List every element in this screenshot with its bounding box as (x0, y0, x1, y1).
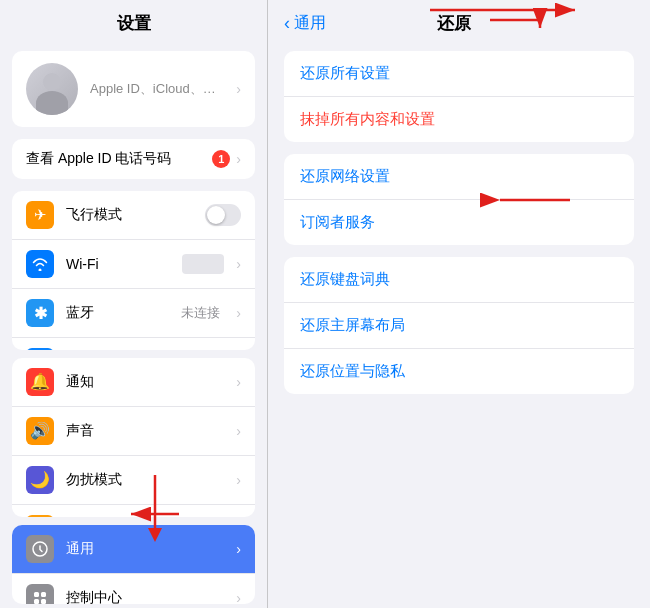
general-icon (26, 535, 54, 563)
airplane-toggle[interactable] (205, 204, 241, 226)
bluetooth-label: 蓝牙 (66, 304, 169, 322)
verify-chevron-icon: › (236, 151, 241, 167)
wifi-icon (26, 250, 54, 278)
sidebar-item-airplane-mode[interactable]: ✈ 飞行模式 (12, 191, 255, 240)
back-button[interactable]: ‹ 通用 (284, 13, 326, 34)
vpn-icon: VPN (26, 348, 54, 350)
right-content: 还原所有设置 抹掉所有内容和设置 还原网络设置 订阅者服务 还原键盘词典 还原主… (268, 43, 650, 608)
sidebar-item-bluetooth[interactable]: ✱ 蓝牙 未连接 › (12, 289, 255, 338)
erase-all-content[interactable]: 抹掉所有内容和设置 (284, 97, 634, 142)
dnd-chevron-icon: › (236, 472, 241, 488)
wifi-label: Wi-Fi (66, 256, 170, 272)
back-label: 通用 (294, 13, 326, 34)
back-chevron-icon: ‹ (284, 13, 290, 34)
subscriber-services[interactable]: 订阅者服务 (284, 200, 634, 245)
chevron-right-icon: › (236, 81, 241, 97)
notification-badge: 1 (212, 150, 230, 168)
control-center-chevron-icon: › (236, 590, 241, 604)
verify-label: 查看 Apple ID 电话号码 (26, 150, 171, 168)
airplane-label: 飞行模式 (66, 206, 193, 224)
bluetooth-chevron-icon: › (236, 305, 241, 321)
general-label: 通用 (66, 540, 224, 558)
wifi-chevron-icon: › (236, 256, 241, 272)
sound-icon: 🔊 (26, 417, 54, 445)
sidebar-item-notification[interactable]: 🔔 通知 › (12, 358, 255, 407)
left-panel-title: 设置 (0, 0, 267, 43)
verify-row[interactable]: 查看 Apple ID 电话号码 1 › (12, 139, 255, 179)
notification-label: 通知 (66, 373, 224, 391)
control-center-icon (26, 584, 54, 604)
reset-homescreen[interactable]: 还原主屏幕布局 (284, 303, 634, 349)
reset-network[interactable]: 还原网络设置 (284, 154, 634, 200)
reset-keyboard[interactable]: 还原键盘词典 (284, 257, 634, 303)
right-header: ‹ 通用 还原 (268, 0, 650, 43)
apple-id-title: Apple ID、iCloud、媒体与... (90, 80, 224, 98)
right-panel-title: 还原 (334, 12, 574, 35)
reset-group-1: 还原所有设置 抹掉所有内容和设置 (284, 51, 634, 142)
dnd-icon: 🌙 (26, 466, 54, 494)
sidebar-item-vpn[interactable]: VPN VPN 未连接 › (12, 338, 255, 350)
notification-chevron-icon: › (236, 374, 241, 390)
sound-label: 声音 (66, 422, 224, 440)
svg-rect-1 (34, 592, 39, 597)
apple-id-card[interactable]: Apple ID、iCloud、媒体与... › (12, 51, 255, 127)
bluetooth-value: 未连接 (181, 304, 220, 322)
bluetooth-icon: ✱ (26, 299, 54, 327)
svg-rect-4 (41, 599, 46, 604)
svg-rect-2 (41, 592, 46, 597)
general-chevron-icon: › (236, 541, 241, 557)
svg-rect-3 (34, 599, 39, 604)
sidebar-item-general[interactable]: 通用 › (12, 525, 255, 574)
sidebar-item-wifi[interactable]: Wi-Fi › (12, 240, 255, 289)
dnd-label: 勿扰模式 (66, 471, 224, 489)
verify-right: 1 › (212, 150, 241, 168)
screen-time-icon: ⏱ (26, 515, 54, 517)
sidebar-item-dnd[interactable]: 🌙 勿扰模式 › (12, 456, 255, 505)
sidebar-item-control-center[interactable]: 控制中心 › (12, 574, 255, 604)
reset-location-privacy[interactable]: 还原位置与隐私 (284, 349, 634, 394)
connectivity-group: ✈ 飞行模式 Wi-Fi › (12, 191, 255, 350)
wifi-value-box (182, 254, 224, 274)
avatar (26, 63, 78, 115)
notifications-group: 🔔 通知 › 🔊 声音 › 🌙 勿扰模式 › (12, 358, 255, 517)
apple-id-info: Apple ID、iCloud、媒体与... (90, 80, 224, 98)
control-center-label: 控制中心 (66, 589, 224, 604)
airplane-icon: ✈ (26, 201, 54, 229)
sidebar-item-screen-time[interactable]: ⏱ 屏幕使用时间 › (12, 505, 255, 517)
general-group: 通用 › 控制中心 › (12, 525, 255, 604)
sidebar-item-sound[interactable]: 🔊 声音 › (12, 407, 255, 456)
reset-all-settings[interactable]: 还原所有设置 (284, 51, 634, 97)
sound-chevron-icon: › (236, 423, 241, 439)
reset-group-3: 还原键盘词典 还原主屏幕布局 还原位置与隐私 (284, 257, 634, 394)
notification-icon: 🔔 (26, 368, 54, 396)
reset-group-2: 还原网络设置 订阅者服务 (284, 154, 634, 245)
